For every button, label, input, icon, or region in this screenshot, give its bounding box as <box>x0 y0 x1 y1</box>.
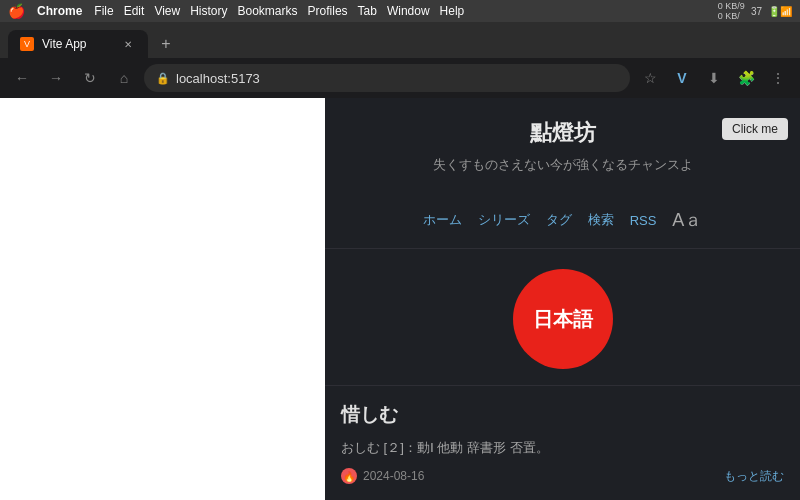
home-button[interactable]: ⌂ <box>110 64 138 92</box>
site-title: 點燈坊 <box>341 118 784 148</box>
hero-area: 日本語 <box>325 249 800 385</box>
article-date-wrap: 🔥 2024-08-16 <box>341 468 424 484</box>
article-description: おしむ [２]：動Ⅰ 他動 辞書形 否置。 <box>341 438 784 458</box>
forward-button[interactable]: → <box>42 64 70 92</box>
nav-home[interactable]: ホーム <box>423 211 462 229</box>
main-content: 點燈坊 失くすものさえない今が強くなるチャンスよ Click me ホーム シリ… <box>0 98 800 500</box>
nav-tags[interactable]: タグ <box>546 211 572 229</box>
tab-bar: V Vite App ✕ + <box>0 22 800 58</box>
article-date: 2024-08-16 <box>363 469 424 483</box>
site-nav: ホーム シリーズ タグ 検索 RSS Aａ <box>325 200 800 249</box>
url-display: localhost:5173 <box>176 71 260 86</box>
site-header: 點燈坊 失くすものさえない今が強くなるチャンスよ Click me <box>325 98 800 200</box>
extensions-button[interactable]: 🧩 <box>732 64 760 92</box>
bookmark-button[interactable]: ☆ <box>636 64 664 92</box>
menu-bookmarks[interactable]: Bookmarks <box>238 4 298 18</box>
reload-button[interactable]: ↻ <box>76 64 104 92</box>
nav-rss[interactable]: RSS <box>630 213 657 228</box>
menu-history[interactable]: History <box>190 4 227 18</box>
site-subtitle: 失くすものさえない今が強くなるチャンスよ <box>341 156 784 174</box>
click-me-button[interactable]: Click me <box>722 118 788 140</box>
download-button[interactable]: ⬇ <box>700 64 728 92</box>
browser-toolbar: ← → ↻ ⌂ 🔒 localhost:5173 ☆ V ⬇ 🧩 ⋮ <box>0 58 800 98</box>
app-name[interactable]: Chrome <box>37 4 82 18</box>
menu-edit[interactable]: Edit <box>124 4 145 18</box>
lock-icon: 🔒 <box>156 72 170 85</box>
menu-button[interactable]: ⋮ <box>764 64 792 92</box>
menu-profiles[interactable]: Profiles <box>308 4 348 18</box>
active-tab[interactable]: V Vite App ✕ <box>8 30 148 58</box>
nav-search[interactable]: 検索 <box>588 211 614 229</box>
menu-view[interactable]: View <box>154 4 180 18</box>
menu-items: File Edit View History Bookmarks Profile… <box>94 4 464 18</box>
left-panel <box>0 98 325 500</box>
menu-bar: 🍎 Chrome File Edit View History Bookmark… <box>0 0 800 22</box>
flame-icon: 🔥 <box>341 468 357 484</box>
read-more-link[interactable]: もっと読む <box>724 468 784 485</box>
back-button[interactable]: ← <box>8 64 36 92</box>
article-title: 惜しむ <box>341 402 784 428</box>
nav-series[interactable]: シリーズ <box>478 211 530 229</box>
article-section: 惜しむ おしむ [２]：動Ⅰ 他動 辞書形 否置。 🔥 2024-08-16 も… <box>325 385 800 500</box>
menu-help[interactable]: Help <box>440 4 465 18</box>
menu-tab[interactable]: Tab <box>358 4 377 18</box>
time-display: 37 <box>751 6 762 17</box>
address-bar[interactable]: 🔒 localhost:5173 <box>144 64 630 92</box>
menubar-right: 0 KB/90 KB/ 37 🔋📶 <box>718 1 792 21</box>
tab-close-button[interactable]: ✕ <box>120 36 136 52</box>
new-tab-button[interactable]: + <box>152 30 180 58</box>
menu-window[interactable]: Window <box>387 4 430 18</box>
japanese-circle: 日本語 <box>513 269 613 369</box>
menu-file[interactable]: File <box>94 4 113 18</box>
status-icons: 🔋📶 <box>768 6 792 17</box>
right-panel: 點燈坊 失くすものさえない今が強くなるチャンスよ Click me ホーム シリ… <box>325 98 800 500</box>
apple-menu[interactable]: 🍎 <box>8 3 25 19</box>
font-size-icon[interactable]: Aａ <box>672 208 702 232</box>
profile-button[interactable]: V <box>668 64 696 92</box>
network-stats: 0 KB/90 KB/ <box>718 1 745 21</box>
toolbar-right-buttons: ☆ V ⬇ 🧩 ⋮ <box>636 64 792 92</box>
article-footer: 🔥 2024-08-16 もっと読む <box>341 468 784 485</box>
tab-title: Vite App <box>42 37 86 51</box>
tab-favicon: V <box>20 37 34 51</box>
